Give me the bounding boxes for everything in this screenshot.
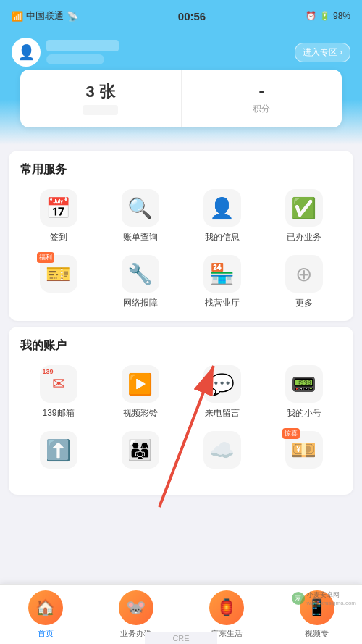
family-label xyxy=(139,473,141,483)
service-coupon[interactable]: 福利 🎫 xyxy=(20,255,96,309)
bill-label: 账单查询 xyxy=(123,231,158,243)
watermark-url: www.xmsigma.com xyxy=(307,600,356,606)
tab-guangdong-icon: 🏮 xyxy=(209,590,244,625)
done-icon-bg: ✅ xyxy=(285,189,323,227)
tab-video-label: 视频专 xyxy=(305,628,329,639)
common-services-section: 常用服务 📅 签到 🔍 账单查询 👤 我的信息 xyxy=(9,151,353,321)
service-done[interactable]: ✅ 已办业务 xyxy=(266,189,342,243)
fukui-badge: 福利 xyxy=(37,252,54,263)
points-left: 3 张 xyxy=(20,70,182,127)
coupon-icon-bg: 福利 🎫 xyxy=(40,255,77,293)
service-voicemail[interactable]: 💬 来电留言 xyxy=(184,365,260,419)
service-signin[interactable]: 📅 签到 xyxy=(20,189,96,243)
service-family[interactable]: 👨‍👩‍👧 xyxy=(102,431,178,483)
card-sub xyxy=(83,105,118,115)
signin-label: 签到 xyxy=(50,231,67,243)
tab-home-icon: 🏠 xyxy=(28,590,63,625)
my-account-grid: ✉ 139 139邮箱 ▶️ 视频彩铃 💬 来电留言 📟 xyxy=(20,365,342,483)
service-gift[interactable]: 惊喜 💴 xyxy=(266,431,342,483)
tab-guangdong[interactable]: 🏮 广东生活 xyxy=(181,590,272,639)
watermark-texts: 小麦安卓网 www.xmsigma.com xyxy=(307,590,356,606)
smallnum-label: 我的小号 xyxy=(287,407,321,419)
points-card: 3 张 - 积分 xyxy=(20,70,342,127)
service-myinfo[interactable]: 👤 我的信息 xyxy=(184,189,260,243)
more-icon-bg: ⊕ xyxy=(285,255,323,293)
family-icon-bg: 👨‍👩‍👧 xyxy=(122,431,159,469)
avatar: 👤 xyxy=(12,38,41,67)
videoring-label: 视频彩铃 xyxy=(123,407,158,419)
surprise-badge: 惊喜 xyxy=(282,428,300,439)
user-name-placeholder xyxy=(46,40,119,51)
cre-text: CRE xyxy=(145,632,217,644)
points-card-wrapper: 3 张 - 积分 xyxy=(12,70,350,127)
service-cloud[interactable]: ☁️ xyxy=(184,431,260,483)
service-smallnum[interactable]: 📟 我的小号 xyxy=(266,365,342,419)
wifi-icon: 📡 xyxy=(67,11,78,22)
voicemail-icon-bg: 💬 xyxy=(203,365,241,403)
my-account-title: 我的账户 xyxy=(20,338,342,354)
header: 👤 进入专区 › 3 张 - 积分 xyxy=(0,32,362,145)
status-time: 00:56 xyxy=(178,10,206,22)
store-label: 找营业厅 xyxy=(205,297,240,309)
voicemail-label: 来电留言 xyxy=(205,407,240,419)
more-label: 更多 xyxy=(295,297,313,309)
tab-home-label: 首页 xyxy=(38,628,54,639)
status-bar: 📶 中国联通 📡 00:56 ⏰ 🔋 98% xyxy=(0,0,362,32)
watermark: 麦 小麦安卓网 www.xmsigma.com xyxy=(292,590,356,606)
email-icon-bg: ✉ 139 xyxy=(40,365,77,403)
signal-icon: 📶 xyxy=(12,11,23,22)
common-services-grid: 📅 签到 🔍 账单查询 👤 我的信息 ✅ 已办业务 xyxy=(20,189,342,309)
tab-home[interactable]: 🏠 首页 xyxy=(0,590,90,639)
tab-business-icon: 🐭 xyxy=(119,590,153,625)
myinfo-icon-bg: 👤 xyxy=(203,189,241,227)
header-user-row: 👤 进入专区 › xyxy=(12,38,350,67)
done-label: 已办业务 xyxy=(287,231,321,243)
common-services-title: 常用服务 xyxy=(20,162,342,177)
upload-icon-bg: ⬆️ xyxy=(40,431,77,469)
signin-icon-bg: 📅 xyxy=(40,189,77,227)
tab-business[interactable]: 🐭 业务办理 xyxy=(90,590,181,639)
points-label: 积分 xyxy=(193,103,331,115)
service-bill[interactable]: 🔍 账单查询 xyxy=(102,189,178,243)
gift-label xyxy=(303,473,305,483)
gift-icon-bg: 惊喜 💴 xyxy=(285,431,323,469)
watermark-name: 小麦安卓网 xyxy=(307,590,356,600)
status-left: 📶 中国联通 📡 xyxy=(12,9,78,22)
cloud-icon-bg: ☁️ xyxy=(203,431,241,469)
service-videoring[interactable]: ▶️ 视频彩铃 xyxy=(102,365,178,419)
cloud-label xyxy=(221,473,223,483)
carrier-text: 中国联通 xyxy=(26,9,64,22)
email-label: 139邮箱 xyxy=(42,407,74,419)
videoring-icon-bg: ▶️ xyxy=(122,365,159,403)
service-more[interactable]: ⊕ 更多 xyxy=(266,255,342,309)
my-account-section: 我的账户 ✉ 139 139邮箱 ▶️ 视频彩铃 💬 来电留言 xyxy=(9,327,353,495)
service-store[interactable]: 🏪 找营业厅 xyxy=(184,255,260,309)
battery-icon: 🔋 xyxy=(319,11,330,21)
enter-zone-text: 进入专区 › xyxy=(303,46,342,59)
myinfo-label: 我的信息 xyxy=(205,231,240,243)
card-count: 3 张 xyxy=(32,81,169,103)
user-info: 👤 xyxy=(12,38,119,67)
alarm-icon: ⏰ xyxy=(306,11,316,21)
enter-zone-button[interactable]: 进入专区 › xyxy=(295,43,350,62)
service-email[interactable]: ✉ 139 139邮箱 xyxy=(20,365,96,419)
vip-badge xyxy=(46,54,104,64)
service-upload[interactable]: ⬆️ xyxy=(20,431,96,483)
points-right: - 积分 xyxy=(182,70,342,127)
battery-text: 98% xyxy=(333,11,350,21)
watermark-logo: 麦 xyxy=(292,592,305,605)
coupon-label xyxy=(57,297,59,307)
points-value: - xyxy=(193,81,331,100)
main-content: 👤 进入专区 › 3 张 - 积分 xyxy=(0,32,362,584)
service-repair[interactable]: 🔧 网络报障 xyxy=(102,255,178,309)
user-name-area xyxy=(46,40,119,64)
smallnum-icon-bg: 📟 xyxy=(285,365,323,403)
repair-label: 网络报障 xyxy=(123,297,158,309)
repair-icon-bg: 🔧 xyxy=(122,255,159,293)
status-right: ⏰ 🔋 98% xyxy=(306,11,350,21)
upload-label xyxy=(57,473,59,483)
bill-icon-bg: 🔍 xyxy=(122,189,159,227)
store-icon-bg: 🏪 xyxy=(203,255,241,293)
